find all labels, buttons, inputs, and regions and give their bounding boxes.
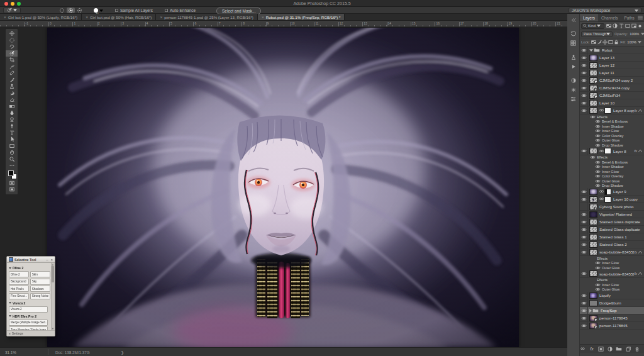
visibility-toggle[interactable] xyxy=(580,99,588,106)
layer-thumbnail[interactable] xyxy=(589,300,597,306)
layer-thumbnail[interactable] xyxy=(589,292,597,299)
filter-button[interactable]: Merge (Multiple Image Seri... xyxy=(9,320,48,326)
effects-header-row[interactable]: Effects xyxy=(580,278,644,283)
visibility-toggle[interactable] xyxy=(580,241,588,248)
layer-row[interactable]: Stained Glass duplicate xyxy=(580,218,644,226)
actions-panel-icon[interactable] xyxy=(569,62,578,70)
filter-smart-objects-icon[interactable] xyxy=(631,23,636,29)
close-tab-icon[interactable]: × xyxy=(4,15,6,19)
layer-thumbnail[interactable] xyxy=(589,55,597,61)
visibility-toggle[interactable] xyxy=(580,196,588,203)
layer-row[interactable]: Layer 10 xyxy=(580,99,644,107)
visibility-toggle[interactable] xyxy=(595,179,601,183)
layer-row[interactable]: soap-bubble-834558 copy 2fx xyxy=(580,248,644,256)
layer-thumbnail[interactable] xyxy=(589,234,597,240)
visibility-toggle[interactable] xyxy=(580,77,588,84)
document-tab[interactable]: ×Robot.psd @ 31.1% (Freq/Sep, RGB/16*) * xyxy=(258,14,345,20)
layer-thumbnail[interactable] xyxy=(589,77,597,84)
effect-item-row[interactable]: Color Overlay xyxy=(580,174,644,179)
filter-button[interactable]: Sky xyxy=(30,279,50,285)
filter-button[interactable]: Hot Pixels xyxy=(9,286,29,292)
visibility-toggle[interactable] xyxy=(595,283,601,287)
layer-row[interactable]: Layer 11 xyxy=(580,69,644,77)
path-selection-tool[interactable] xyxy=(6,136,18,143)
layer-group-row[interactable]: Freq/Sep xyxy=(580,307,644,314)
effect-item-row[interactable]: Outer Glow xyxy=(580,138,644,143)
new-layer-icon[interactable] xyxy=(625,346,631,352)
visibility-toggle[interactable] xyxy=(595,160,601,164)
visibility-toggle[interactable] xyxy=(590,115,596,119)
effect-item-row[interactable]: Drop Shadow xyxy=(580,184,644,189)
layer-thumbnail[interactable] xyxy=(589,100,597,106)
visibility-toggle[interactable] xyxy=(595,129,601,133)
effect-item-row[interactable]: Outer Glow xyxy=(580,287,644,292)
visibility-toggle[interactable] xyxy=(595,125,601,128)
close-tab-icon[interactable]: × xyxy=(86,15,88,19)
layer-row[interactable]: Layer 13 xyxy=(580,54,644,62)
visibility-toggle[interactable] xyxy=(580,54,588,61)
effect-item-row[interactable]: Inner Shadow xyxy=(580,124,644,129)
panel-tab-channels[interactable]: Channels xyxy=(598,14,621,21)
layer-row[interactable]: CJMSciFi34 xyxy=(580,92,644,99)
visibility-toggle[interactable] xyxy=(580,270,588,277)
effect-item-row[interactable]: Inner Glow xyxy=(580,261,644,266)
layer-row[interactable]: Liquify xyxy=(580,292,644,299)
layer-row[interactable]: Cyborg Stock photo xyxy=(580,203,644,211)
add-to-selection-icon[interactable] xyxy=(67,8,75,13)
layer-thumbnail[interactable] xyxy=(589,85,597,91)
layer-row[interactable]: Stained Glass 2 xyxy=(580,241,644,248)
lock-all-icon[interactable] xyxy=(614,40,619,45)
filter-toggle-icon[interactable] xyxy=(637,23,643,29)
layer-row[interactable]: soap-bubble-834558 copyfx xyxy=(580,270,644,278)
delete-layer-icon[interactable] xyxy=(635,346,640,352)
clone-source-panel-icon[interactable] xyxy=(569,53,578,61)
layer-row[interactable]: CJMSciFi34 copy xyxy=(580,84,644,92)
visibility-toggle[interactable] xyxy=(595,170,601,174)
layer-row[interactable]: Layer 9 xyxy=(580,188,644,196)
type-tool[interactable] xyxy=(6,130,18,136)
visibility-toggle[interactable] xyxy=(580,211,588,218)
shape-tool[interactable] xyxy=(6,143,18,150)
visibility-toggle[interactable] xyxy=(580,84,588,91)
effect-item-row[interactable]: Color Overlay xyxy=(580,133,644,138)
quick-mask-mode[interactable] xyxy=(6,180,18,187)
mask-link-icon[interactable] xyxy=(599,150,604,153)
canvas-pasteboard[interactable]: Selective Tool – × ▲ ▼ Dfine 2Dfine 2Ski… xyxy=(0,27,567,347)
visibility-toggle[interactable] xyxy=(595,287,601,291)
section-header[interactable]: Dfine 2 xyxy=(9,266,50,270)
layer-effects-badge[interactable]: fx xyxy=(634,149,644,153)
pen-tool[interactable] xyxy=(6,123,18,130)
layer-effects-icon[interactable]: fx xyxy=(589,346,594,352)
visibility-toggle[interactable] xyxy=(595,174,601,178)
document-tab[interactable]: ×Girl bot.psd @ 50% (Hair, RGB/16*) xyxy=(82,14,156,20)
filter-adjustment-layers-icon[interactable] xyxy=(612,23,618,29)
fill-value[interactable]: 100% xyxy=(627,40,636,44)
layer-thumbnail[interactable] xyxy=(589,148,597,154)
layer-thumbnail[interactable] xyxy=(589,108,597,114)
workspace-switcher[interactable]: JASON'S Workspace xyxy=(569,8,641,13)
layer-thumbnail[interactable] xyxy=(589,62,597,69)
quick-selection-tool[interactable] xyxy=(6,50,18,57)
new-adjustment-layer-icon[interactable] xyxy=(607,346,613,352)
visibility-toggle[interactable] xyxy=(595,143,601,147)
filter-button[interactable]: Fine Struct... xyxy=(9,293,29,299)
visibility-toggle[interactable] xyxy=(595,165,601,169)
layer-thumbnail[interactable] xyxy=(589,249,597,255)
blend-mode-dropdown[interactable]: Pass Through xyxy=(581,31,613,37)
new-group-icon[interactable] xyxy=(616,346,622,352)
edit-toolbar[interactable] xyxy=(6,162,18,169)
layer-mask-thumbnail[interactable] xyxy=(604,108,611,114)
layer-row[interactable]: Satined Glass duplicate xyxy=(580,226,644,233)
new-selection-icon[interactable] xyxy=(58,8,66,13)
brush-size-picker[interactable]: 30 xyxy=(92,7,104,14)
collapse-effects-icon[interactable] xyxy=(638,109,642,112)
foreground-color-swatch[interactable] xyxy=(8,170,14,176)
tool-preset-picker[interactable] xyxy=(3,8,21,13)
filter-button[interactable]: Dfine 2 xyxy=(9,271,29,277)
layer-thumbnail[interactable] xyxy=(589,204,597,210)
layer-thumbnail[interactable] xyxy=(589,315,597,321)
layer-row[interactable]: Layer 8fx xyxy=(580,148,644,155)
subtract-from-selection-icon[interactable] xyxy=(75,8,84,13)
visibility-toggle[interactable] xyxy=(580,226,588,233)
selective-tool-footer[interactable]: « Settings xyxy=(7,330,55,337)
